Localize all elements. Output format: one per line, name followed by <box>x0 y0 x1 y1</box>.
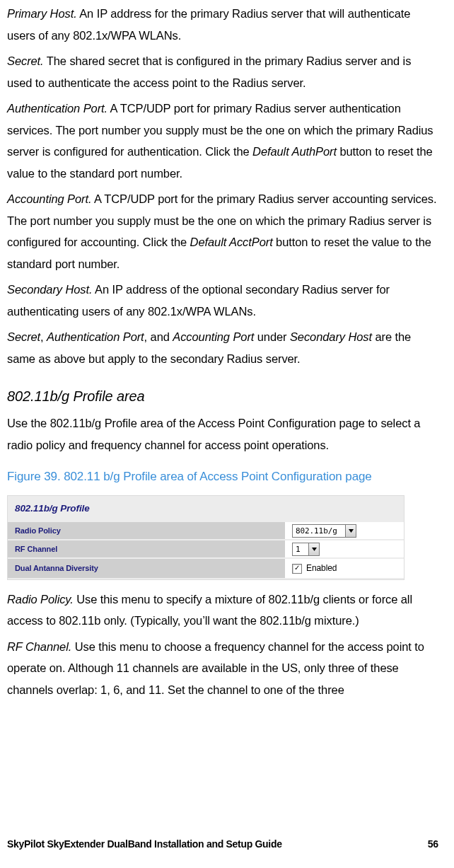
profile-panel: 802.11b/g Profile Radio Policy 802.11b/g… <box>7 495 404 580</box>
panel-row: Radio Policy 802.11b/g <box>8 522 404 540</box>
radio-policy-select[interactable]: 802.11b/g <box>292 524 356 538</box>
panel-row: Dual Antanna Diversity ✓Enabled <box>8 558 404 578</box>
para-auth-port: Authentication Port. A TCP/UDP port for … <box>7 98 438 184</box>
sep1: , <box>40 330 47 343</box>
panel-label-diversity: Dual Antanna Diversity <box>8 558 285 578</box>
diversity-value: Enabled <box>306 563 337 573</box>
term-rf-channel: RF Channel. <box>7 640 71 653</box>
sep3: under <box>254 330 290 343</box>
spacer <box>7 580 438 589</box>
radio-policy-value: 802.11b/g <box>293 525 345 537</box>
term-secondary-host: Secondary Host. <box>7 283 92 296</box>
panel-field-radio-policy: 802.11b/g <box>285 522 404 540</box>
footer-page-number: 56 <box>428 835 438 854</box>
chevron-down-icon <box>308 543 319 555</box>
term-radio-policy: Radio Policy. <box>7 593 74 606</box>
diversity-checkbox[interactable]: ✓ <box>292 564 302 574</box>
panel-row: RF Channel 1 <box>8 540 404 558</box>
sep2: , and <box>144 330 173 343</box>
term-secondary-host-plain: Secondary Host <box>290 330 372 343</box>
term-acct-port: Accounting Port. <box>7 192 91 205</box>
term-default-acctport: Default AcctPort <box>190 236 273 248</box>
panel-field-rf-channel: 1 <box>285 540 404 558</box>
term-primary-host: Primary Host. <box>7 7 77 20</box>
figure-caption: Figure 39. 802.11 b/g Profile area of Ac… <box>7 465 438 487</box>
para-rf-channel: RF Channel. Use this menu to choose a fr… <box>7 636 438 701</box>
para-secondary-host: Secondary Host. An IP address of the opt… <box>7 279 438 322</box>
page-footer: SkyPilot SkyExtender DualBand Installati… <box>7 835 438 854</box>
term-default-authport: Default AuthPort <box>252 145 337 158</box>
panel-table: Radio Policy 802.11b/g RF Channel 1 <box>8 522 404 579</box>
para-acct-port: Accounting Port. A TCP/UDP port for the … <box>7 188 438 274</box>
term-acct-port-plain: Accounting Port <box>173 330 254 343</box>
page: Primary Host. An IP address for the prim… <box>0 0 454 868</box>
rf-channel-value: 1 <box>293 543 308 555</box>
term-auth-port: Authentication Port. <box>7 102 107 115</box>
panel-label-radio-policy: Radio Policy <box>8 522 285 540</box>
para-secondary-line: Secret, Authentication Port, and Account… <box>7 326 438 369</box>
para-profile-area: Use the 802.11b/g Profile area of the Ac… <box>7 412 438 456</box>
panel-title: 802.11b/g Profile <box>8 499 404 522</box>
footer-title: SkyPilot SkyExtender DualBand Installati… <box>7 835 282 854</box>
panel-field-diversity: ✓Enabled <box>285 558 404 578</box>
term-auth-port-plain: Authentication Port <box>47 330 144 343</box>
panel-label-rf-channel: RF Channel <box>8 540 285 558</box>
para-secret: Secret. The shared secret that is config… <box>7 50 438 93</box>
chevron-down-icon <box>345 525 356 537</box>
para-radio-policy: Radio Policy. Use this menu to specify a… <box>7 589 438 632</box>
text-secret: The shared secret that is configured in … <box>7 54 411 89</box>
heading-profile-area: 802.11b/g Profile area <box>7 383 438 410</box>
rf-channel-select[interactable]: 1 <box>292 543 320 556</box>
para-primary-host: Primary Host. An IP address for the prim… <box>7 3 438 46</box>
term-secret: Secret. <box>7 54 44 67</box>
term-secret-plain: Secret <box>7 330 40 343</box>
